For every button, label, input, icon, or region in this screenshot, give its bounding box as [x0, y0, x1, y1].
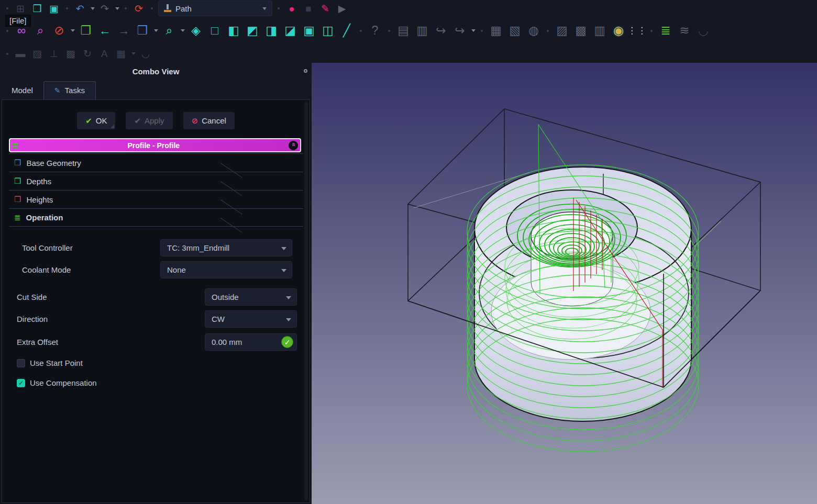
path-post-icon[interactable]: ↪ [433, 23, 449, 39]
task-box-title: Profile - Profile [19, 141, 289, 150]
new-file-icon[interactable]: ⊞ [14, 2, 27, 15]
pocket-op-icon[interactable]: ≋ [677, 23, 692, 39]
section-operation[interactable]: ≣ Operation [9, 208, 303, 227]
linked-view-caret[interactable] [154, 29, 158, 32]
path-open-icon[interactable]: ▥ [414, 23, 430, 39]
open-file-icon[interactable]: ❒ [30, 2, 44, 15]
separator [125, 7, 127, 9]
task-scrollbar[interactable] [304, 102, 308, 500]
zoom-caret[interactable] [181, 29, 185, 32]
workbench-selector[interactable]: Path [158, 1, 272, 16]
undo-icon[interactable]: ↶ [73, 2, 87, 15]
drill-op-icon[interactable]: ⊥ [47, 47, 61, 61]
path-simulate-icon[interactable]: ▧ [507, 23, 523, 39]
view-bottom-icon[interactable]: ▣ [301, 23, 317, 39]
separator [6, 30, 8, 32]
collapse-button[interactable]: » [289, 141, 298, 150]
profile-op-icon[interactable]: ≣ [658, 23, 674, 39]
toolbar-area: ⊞ ❒ ▣ ↶ ↷ ⟳ Path ● ■ ✎ ▶ ∞ ⌕ ⊘ ❐ ← → ❒ ⌕ [0, 0, 817, 63]
path-job-icon[interactable]: ▤ [395, 23, 411, 39]
toolbar-row-view: ∞ ⌕ ⊘ ❐ ← → ❒ ⌕ ◈ □ ◧ ◩ ◨ ◪ ▣ ◫ ╱ ? ▤ ▥ … [0, 17, 817, 44]
coolant-mode-select[interactable]: None [160, 261, 292, 278]
ok-button[interactable]: ✔ OK [77, 112, 115, 129]
apply-button[interactable]: ✔ Apply [126, 112, 172, 129]
3d-viewport[interactable] [312, 63, 817, 504]
view-isometric-icon[interactable]: ◈ [188, 23, 204, 39]
macro-record-icon[interactable]: ● [285, 2, 299, 15]
redo-dropdown-caret[interactable] [115, 7, 119, 10]
section-label: Base Geometry [26, 159, 81, 167]
separator [360, 30, 362, 32]
tasks-pencil-icon: ✎ [54, 86, 61, 95]
dropdown-caret [286, 318, 291, 321]
nav-forward-icon[interactable]: → [116, 23, 131, 39]
face-op-icon[interactable]: ◡ [695, 23, 711, 39]
section-base-geometry[interactable]: ❒ Base Geometry [9, 153, 303, 172]
sanity-check-icon[interactable]: ▥ [592, 23, 608, 39]
nav-back-icon[interactable]: ← [97, 23, 113, 39]
path-selection-icon[interactable]: ◍ [526, 23, 542, 39]
engrave-op-icon[interactable]: A [97, 47, 111, 61]
path-export-icon[interactable]: ↪ [452, 23, 468, 39]
use-compensation-checkbox[interactable]: ✓ [17, 379, 25, 387]
macro-play-icon[interactable]: ▶ [335, 2, 349, 15]
tab-model[interactable]: Model [1, 82, 43, 99]
macro-stop-icon[interactable]: ■ [302, 2, 315, 15]
depths-icon: ❒ [14, 176, 21, 186]
linked-view-icon[interactable]: ❒ [135, 23, 150, 39]
redo-icon[interactable]: ↷ [98, 2, 112, 15]
toolbit-probe-icon[interactable]: ▨ [554, 23, 570, 39]
view-fit-icon[interactable]: □ [207, 23, 223, 39]
cut-side-label: Cut Side [17, 293, 47, 301]
view-front-icon[interactable]: ◧ [226, 23, 241, 39]
view-rear-icon[interactable]: ◪ [282, 23, 298, 39]
use-compensation-row: ✓ Use Compensation [17, 378, 97, 387]
tool-controller-select[interactable]: TC: 3mm_Endmill [160, 239, 292, 256]
cancel-button[interactable]: ⊘ Cancel [183, 112, 235, 129]
toolbits-icon[interactable]: ⋮⋮ [630, 23, 645, 39]
panel-float-button[interactable] [304, 69, 307, 73]
clip-plane-caret[interactable] [71, 29, 75, 32]
tab-tasks[interactable]: ✎ Tasks [43, 81, 96, 99]
use-start-point-label: Use Start Point [30, 359, 83, 367]
refresh-icon[interactable]: ⟳ [132, 2, 146, 15]
link-find-icon[interactable]: ⌕ [32, 23, 48, 39]
view-right-icon[interactable]: ◨ [263, 23, 279, 39]
path-export-caret[interactable] [471, 29, 476, 32]
use-start-point-checkbox[interactable]: ✓ [17, 359, 25, 367]
undo-dropdown-caret[interactable] [91, 7, 95, 10]
zoom-icon[interactable]: ⌕ [161, 23, 177, 39]
pocket3d-op-icon[interactable]: ▩ [64, 47, 78, 61]
view-left-icon[interactable]: ◫ [320, 23, 336, 39]
direction-select[interactable]: CW [205, 310, 297, 328]
view-top-icon[interactable]: ◩ [245, 23, 260, 39]
helix-op-icon[interactable]: ↻ [81, 47, 94, 61]
panel-title-bar: Combo View [0, 63, 312, 80]
box-selection-icon[interactable]: ❐ [78, 23, 94, 39]
adaptive-op-icon[interactable]: ▦ [114, 47, 128, 61]
deburr-op-icon[interactable]: ◡ [139, 47, 152, 61]
adaptive-caret[interactable] [131, 52, 136, 55]
facemill-op-icon[interactable]: ▬ [14, 47, 27, 61]
task-box-header[interactable]: ≣ Profile - Profile » [9, 138, 301, 152]
dropdown-caret [286, 296, 291, 299]
heights-icon: ❒ [14, 195, 21, 204]
macro-edit-icon[interactable]: ✎ [318, 2, 332, 15]
separator [6, 7, 8, 9]
whats-this-icon[interactable]: ? [367, 23, 383, 39]
surface-op-icon[interactable]: ▨ [30, 47, 44, 61]
toolbit-dock-icon[interactable]: ▩ [573, 23, 589, 39]
section-depths[interactable]: ❒ Depths [9, 172, 303, 190]
extra-offset-label: Extra Offset [17, 338, 58, 346]
endmill-icon [164, 4, 171, 13]
use-start-point-row: ✓ Use Start Point [17, 359, 83, 367]
save-icon[interactable]: ▣ [47, 2, 61, 15]
clip-plane-icon[interactable]: ⊘ [51, 23, 67, 39]
section-heights[interactable]: ❒ Heights [9, 190, 303, 208]
separator [650, 30, 653, 32]
path-inspect-icon[interactable]: ▦ [488, 23, 504, 39]
tool-library-icon[interactable]: ◉ [611, 23, 626, 39]
measure-icon[interactable]: ╱ [339, 23, 355, 39]
cut-side-select[interactable]: Outside [205, 288, 297, 306]
use-compensation-label: Use Compensation [30, 378, 97, 387]
